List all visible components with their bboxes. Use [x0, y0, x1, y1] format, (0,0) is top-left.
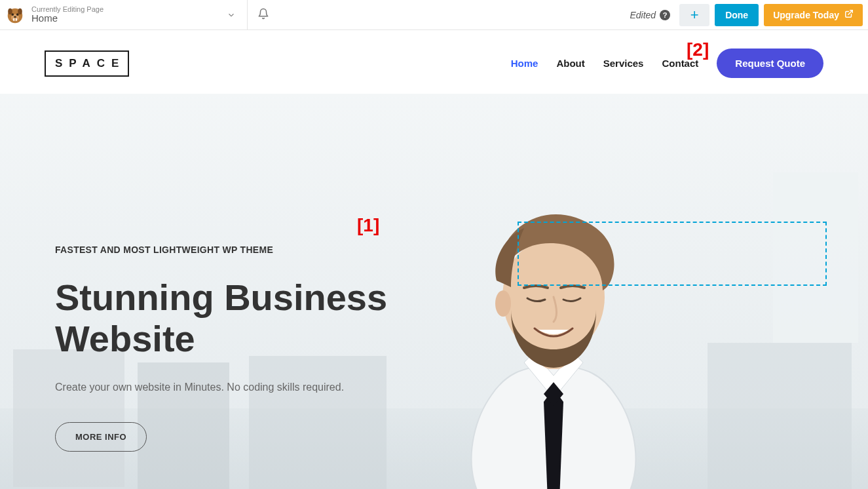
external-link-icon — [844, 9, 854, 20]
svg-point-19 — [495, 290, 511, 317]
hero-headline: Stunning Business Website — [55, 277, 474, 359]
done-button[interactable]: Done — [715, 4, 759, 26]
chevron-down-icon[interactable] — [222, 10, 240, 20]
hero-kicker: FASTEST AND MOST LIGHTWEIGHT WP THEME — [55, 244, 474, 255]
svg-point-6 — [14, 16, 16, 18]
editor-actions: Edited ? + Done Upgrade Today — [630, 0, 868, 29]
request-quote-button[interactable]: Request Quote — [717, 49, 823, 78]
page-canvas[interactable]: SPACE Home About Services Contact Reques… — [0, 30, 868, 489]
add-content-button[interactable]: + — [679, 4, 709, 26]
edited-status-text: Edited — [630, 10, 656, 20]
bell-icon — [257, 8, 269, 22]
notifications-button[interactable] — [248, 0, 279, 29]
svg-point-4 — [11, 13, 14, 16]
annotation-2: [2] — [687, 39, 709, 60]
nav-services[interactable]: Services — [603, 58, 644, 69]
annotation-1: [1] — [357, 215, 379, 236]
svg-point-5 — [16, 13, 19, 16]
hero-content: FASTEST AND MOST LIGHTWEIGHT WP THEME St… — [55, 244, 474, 452]
hero-section: FASTEST AND MOST LIGHTWEIGHT WP THEME St… — [0, 94, 868, 489]
svg-point-8 — [18, 8, 22, 14]
more-info-button[interactable]: MORE INFO — [55, 422, 147, 452]
beaver-builder-logo-icon — [5, 5, 25, 25]
column-drop-target[interactable] — [518, 222, 827, 286]
page-switcher-label: Currently Editing Page — [31, 5, 216, 13]
svg-rect-15 — [708, 343, 852, 489]
svg-line-9 — [848, 10, 852, 14]
site-header: SPACE Home About Services Contact Reques… — [0, 30, 868, 94]
site-logo[interactable]: SPACE — [45, 50, 129, 77]
page-switcher-value: Home — [31, 13, 216, 24]
page-switcher-text: Currently Editing Page Home — [31, 5, 216, 24]
nav-home[interactable]: Home — [511, 58, 538, 69]
nav-about[interactable]: About — [556, 58, 584, 69]
edited-status: Edited ? — [630, 10, 670, 20]
upgrade-button[interactable]: Upgrade Today — [764, 4, 863, 26]
plus-icon: + — [690, 7, 699, 24]
hero-subhead: Create your own website in Minutes. No c… — [55, 381, 474, 393]
svg-point-7 — [8, 8, 12, 14]
help-icon[interactable]: ? — [660, 10, 670, 20]
site-nav: Home About Services Contact Request Quot… — [511, 49, 823, 78]
upgrade-button-label: Upgrade Today — [773, 10, 839, 20]
editor-top-bar: Currently Editing Page Home Edited ? + D… — [0, 0, 868, 30]
page-switcher[interactable]: Currently Editing Page Home — [0, 0, 248, 29]
svg-rect-3 — [16, 18, 17, 20]
svg-rect-2 — [13, 18, 14, 20]
